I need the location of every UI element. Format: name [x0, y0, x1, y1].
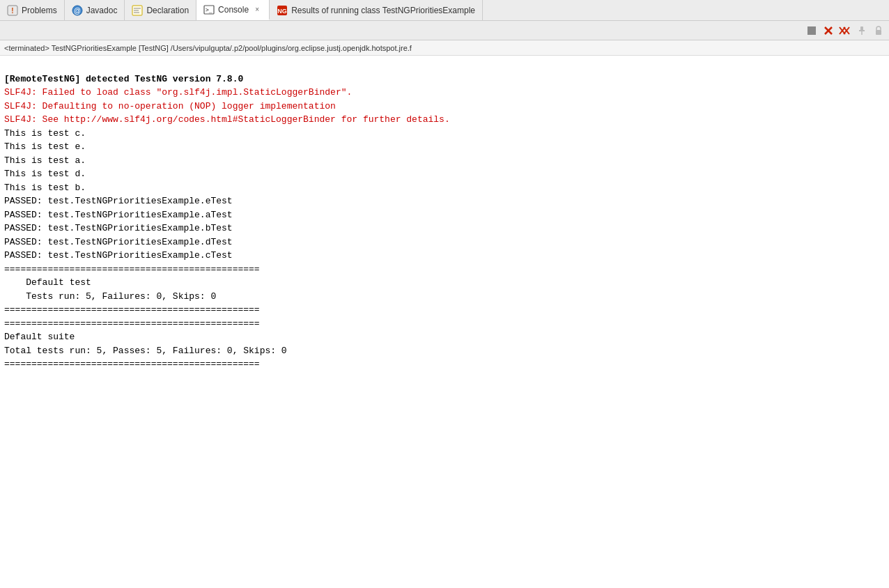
- svg-text:!: !: [11, 7, 13, 15]
- svg-text:@: @: [74, 7, 81, 15]
- console-line: PASSED: test.TestNGPrioritiesExample.eTe…: [4, 194, 885, 208]
- console-line: Tests run: 5, Failures: 0, Skips: 0: [4, 290, 885, 304]
- svg-rect-12: [807, 26, 816, 35]
- tab-declaration-label: Declaration: [146, 6, 189, 15]
- status-bar: <terminated> TestNGPrioritiesExample [Te…: [0, 40, 889, 56]
- tab-results[interactable]: NG Results of running class TestNGPriori…: [270, 0, 483, 20]
- console-line: [RemoteTestNG] detected TestNG version 7…: [4, 72, 885, 86]
- tab-javadoc-label: Javadoc: [86, 6, 118, 15]
- remove-all-button[interactable]: [837, 23, 853, 38]
- tab-results-label: Results of running class TestNGPrioritie…: [291, 6, 475, 15]
- tab-console[interactable]: >_ Console ×: [196, 0, 270, 20]
- console-line: SLF4J: See http://www.slf4j.org/codes.ht…: [4, 113, 885, 127]
- console-line: This is test a.: [4, 154, 885, 168]
- console-line: PASSED: test.TestNGPrioritiesExample.bTe…: [4, 222, 885, 235]
- console-line: This is test b.: [4, 181, 885, 195]
- svg-rect-20: [859, 30, 865, 31]
- console-line: PASSED: test.TestNGPrioritiesExample.dTe…: [4, 235, 885, 249]
- svg-text:>_: >_: [206, 7, 212, 13]
- console-line: This is test d.: [4, 167, 885, 181]
- console-line: ========================================…: [4, 357, 885, 371]
- stop-button[interactable]: [804, 23, 819, 38]
- pin-button[interactable]: [854, 23, 869, 38]
- declaration-icon: [132, 5, 143, 16]
- console-line: Total tests run: 5, Passes: 5, Failures:…: [4, 344, 885, 358]
- status-text: <terminated> TestNGPrioritiesExample [Te…: [4, 44, 412, 52]
- testng-icon: NG: [277, 5, 288, 16]
- tab-declaration[interactable]: Declaration: [125, 0, 196, 20]
- toolbar: [0, 21, 889, 40]
- javadoc-icon: @: [72, 5, 83, 16]
- problems-icon: !: [7, 5, 18, 16]
- remove-terminated-button[interactable]: [821, 23, 836, 38]
- console-line: This is test e.: [4, 140, 885, 154]
- tab-console-close[interactable]: ×: [252, 5, 262, 15]
- lock-button[interactable]: [871, 23, 886, 38]
- svg-rect-22: [876, 30, 881, 35]
- tab-console-label: Console: [218, 5, 249, 15]
- tab-problems-label: Problems: [22, 6, 57, 15]
- console-icon: >_: [203, 4, 215, 15]
- tab-javadoc[interactable]: @ Javadoc: [65, 0, 125, 20]
- console-line: Default test: [4, 276, 885, 290]
- console-line: Default suite: [4, 330, 885, 344]
- tab-bar: ! Problems @ Javadoc Declaration: [0, 0, 889, 21]
- console-line: ========================================…: [4, 317, 885, 331]
- console-line: PASSED: test.TestNGPrioritiesExample.cTe…: [4, 249, 885, 263]
- console-line: SLF4J: Defaulting to no-operation (NOP) …: [4, 100, 885, 114]
- console-line: PASSED: test.TestNGPrioritiesExample.aTe…: [4, 208, 885, 222]
- console-output[interactable]: [RemoteTestNG] detected TestNG version 7…: [0, 56, 889, 588]
- console-line: ========================================…: [4, 263, 885, 277]
- console-line: SLF4J: Failed to load class "org.slf4j.i…: [4, 86, 885, 100]
- console-line: This is test c.: [4, 127, 885, 141]
- console-line: ========================================…: [4, 303, 885, 317]
- svg-text:NG: NG: [277, 8, 287, 15]
- tab-problems[interactable]: ! Problems: [0, 0, 65, 20]
